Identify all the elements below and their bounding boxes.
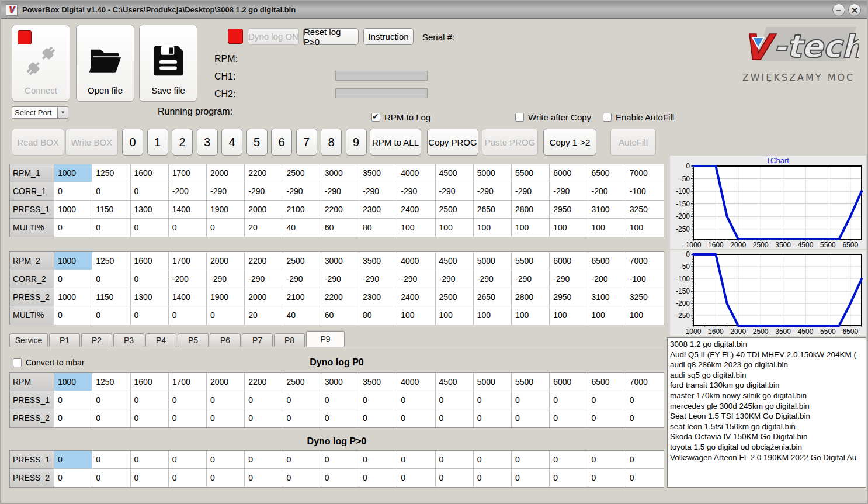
table-cell[interactable]: 4000	[397, 252, 435, 270]
file-list-item[interactable]: audi q8 286km 2023 go digital.bin	[670, 360, 863, 370]
table-cell[interactable]: 0	[550, 469, 588, 487]
table-cell[interactable]: 0	[245, 451, 283, 469]
table-cell[interactable]: 100	[474, 219, 512, 237]
table-cell[interactable]: -290	[474, 270, 512, 288]
table-cell[interactable]: 0	[321, 469, 359, 487]
table-cell[interactable]: 0	[512, 409, 550, 427]
file-list-item[interactable]: seat leon 1.5tsi 150km go digital.bin	[670, 422, 863, 432]
table-cell[interactable]: 2800	[512, 288, 550, 306]
table-cell[interactable]: -290	[359, 182, 397, 201]
close-button[interactable]: ✕	[848, 4, 861, 16]
table-cell[interactable]: 3000	[321, 252, 359, 270]
table-cell[interactable]: 0	[512, 451, 550, 469]
title-bar[interactable]: V PowerBox Digital v1.40 - C:\Users\Prod…	[1, 1, 867, 19]
table-cell[interactable]: 1300	[131, 201, 169, 219]
table-cell[interactable]: 100	[626, 219, 664, 237]
save-file-button[interactable]: Save file	[139, 25, 197, 102]
table-cell[interactable]: -290	[436, 182, 474, 201]
table-cell[interactable]: 3500	[359, 373, 397, 391]
table-cell[interactable]: 2500	[436, 288, 474, 306]
file-list-item[interactable]: audi sq5 go digital.bin	[670, 370, 863, 381]
open-file-button[interactable]: Open file	[76, 25, 134, 102]
table-cell[interactable]: -290	[283, 270, 321, 288]
table-cell[interactable]: 2100	[283, 288, 321, 306]
table-cell[interactable]: 6000	[550, 373, 588, 391]
table-cell[interactable]: 0	[131, 270, 169, 288]
table-cell[interactable]: 0	[54, 219, 92, 237]
table-cell[interactable]: 6500	[588, 164, 626, 182]
table-cell[interactable]: 0	[245, 391, 283, 409]
table-cell[interactable]: 0	[207, 306, 245, 325]
table-cell[interactable]: 2300	[359, 288, 397, 306]
table-cell[interactable]: 0	[474, 451, 512, 469]
file-list-item[interactable]: Seat Leon 1.5 TSI 130KM Go Digital.bin	[670, 411, 863, 422]
table-cell[interactable]: 0	[321, 391, 359, 409]
table-cell[interactable]: 0	[54, 451, 92, 469]
table-cell[interactable]: 20	[245, 306, 283, 325]
table-cell[interactable]: 0	[512, 469, 550, 487]
table-cell[interactable]: 100	[436, 219, 474, 237]
digit-button-6[interactable]: 6	[271, 129, 292, 156]
table-cell[interactable]: 1250	[92, 373, 130, 391]
tab-p7[interactable]: P7	[242, 333, 273, 347]
tab-p9[interactable]: P9	[306, 331, 345, 347]
paste-prog-button[interactable]: Paste PROG	[482, 129, 538, 156]
table-cell[interactable]: 3250	[626, 201, 664, 219]
table-cell[interactable]: 0	[397, 409, 435, 427]
write-after-copy-checkbox[interactable]: Write after Copy	[515, 112, 591, 122]
copy-prog-button[interactable]: Copy PROG	[427, 129, 478, 156]
table-cell[interactable]: 0	[588, 391, 626, 409]
table-cell[interactable]: 0	[54, 270, 92, 288]
table-cell[interactable]: 5500	[512, 164, 550, 182]
table-cell[interactable]: 0	[245, 409, 283, 427]
table-cell[interactable]: 2100	[283, 201, 321, 219]
table-cell[interactable]: 0	[92, 409, 130, 427]
table-cell[interactable]: -290	[207, 182, 245, 201]
table-cell[interactable]: 0	[54, 182, 92, 201]
table-cell[interactable]: 1000	[54, 164, 92, 182]
table-cell[interactable]: 4500	[436, 373, 474, 391]
table-cell[interactable]: -290	[283, 182, 321, 201]
table-cell[interactable]: 0	[359, 469, 397, 487]
table-cell[interactable]: 60	[321, 306, 359, 325]
table-cell[interactable]: 0	[131, 182, 169, 201]
connect-button[interactable]: Connect	[12, 25, 70, 102]
table-cell[interactable]: 3100	[588, 201, 626, 219]
table-cell[interactable]: 0	[54, 306, 92, 325]
table-cell[interactable]: 7000	[626, 164, 664, 182]
table-cell[interactable]: 2300	[359, 201, 397, 219]
table-cell[interactable]: 6500	[588, 373, 626, 391]
table-cell[interactable]: 100	[550, 219, 588, 237]
autofill-button[interactable]: AutoFill	[610, 129, 656, 156]
table-cell[interactable]: -290	[550, 182, 588, 201]
file-list[interactable]: 3008 1.2 go digital.binAudi Q5 II (FY FL…	[667, 337, 866, 488]
digit-button-5[interactable]: 5	[246, 129, 268, 156]
digit-button-9[interactable]: 9	[346, 129, 367, 156]
table-cell[interactable]: 4500	[436, 252, 474, 270]
table-cell[interactable]: 100	[626, 306, 664, 325]
table-cell[interactable]: 2400	[397, 288, 435, 306]
table-cell[interactable]: -290	[359, 270, 397, 288]
table-cell[interactable]: 0	[626, 469, 664, 487]
table-cell[interactable]: 0	[54, 469, 92, 487]
table-cell[interactable]: -290	[321, 182, 359, 201]
file-list-item[interactable]: mercedes gle 300d 245km go digital.bin	[670, 401, 863, 412]
table-cell[interactable]: 2650	[474, 201, 512, 219]
table-cell[interactable]: 0	[397, 391, 435, 409]
table-cell[interactable]: 0	[474, 409, 512, 427]
table-cell[interactable]: 0	[321, 451, 359, 469]
read-box-button[interactable]: Read BOX	[12, 129, 64, 156]
table-cell[interactable]: 7000	[626, 373, 664, 391]
file-list-item[interactable]: master 170km nowy silnik go digital.bin	[670, 391, 863, 401]
enable-autofill-checkbox[interactable]: Enable AutoFill	[603, 112, 674, 122]
table-cell[interactable]: 5500	[512, 252, 550, 270]
table-cell[interactable]: -200	[169, 182, 207, 201]
table-cell[interactable]: 0	[588, 451, 626, 469]
table-cell[interactable]: 0	[169, 451, 207, 469]
table-cell[interactable]: 0	[626, 409, 664, 427]
table-cell[interactable]: 0	[92, 391, 130, 409]
file-list-item[interactable]: ford transit 130km go digital.bin	[670, 380, 863, 391]
table-cell[interactable]: 2200	[245, 164, 283, 182]
table-cell[interactable]: 1000	[54, 201, 92, 219]
table-cell[interactable]: 1900	[207, 201, 245, 219]
